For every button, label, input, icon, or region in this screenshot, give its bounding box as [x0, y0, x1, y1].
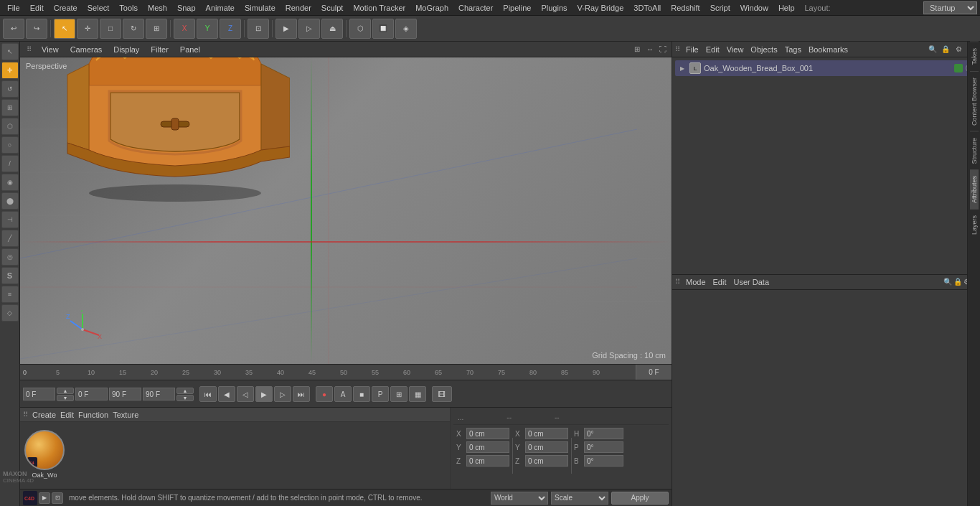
menu-character[interactable]: Character — [454, 2, 497, 14]
shrink-button[interactable]: ◇ — [1, 304, 19, 322]
menu-create[interactable]: Create — [50, 2, 82, 14]
obj-menu-file[interactable]: File — [683, 45, 702, 54]
object-green-dot[interactable] — [954, 64, 963, 72]
model-mode-button[interactable]: ↖ — [54, 19, 75, 39]
go-end-button[interactable]: ⏭ — [293, 386, 310, 402]
record-button[interactable]: ● — [316, 386, 333, 402]
go-start-button[interactable]: ⏮ — [199, 386, 217, 402]
menu-file[interactable]: File — [3, 2, 24, 14]
world-axis-button[interactable]: ⊡ — [248, 19, 269, 39]
auto-key-button[interactable]: A — [334, 386, 352, 402]
knife-tool-button[interactable]: / — [1, 155, 19, 172]
step-forward-button[interactable]: ▷ — [274, 386, 291, 402]
grid-snap-button[interactable]: ⬡ — [349, 19, 371, 39]
menu-tools[interactable]: Tools — [115, 2, 142, 14]
mat-menu-create[interactable]: Create — [32, 411, 56, 419]
x-axis-button[interactable]: X — [174, 19, 195, 39]
vtab-attributes[interactable]: Attributes — [970, 169, 979, 209]
end-frame-input2[interactable] — [109, 388, 141, 400]
attr-lock-icon[interactable]: 🔒 — [953, 278, 962, 286]
vp-menu-panel[interactable]: Panel — [176, 44, 204, 55]
menu-plugins[interactable]: Plugins — [537, 2, 571, 14]
mat-menu-texture[interactable]: Texture — [113, 411, 138, 419]
b-input[interactable] — [584, 455, 623, 467]
vtab-layers[interactable]: Layers — [970, 209, 979, 240]
preview-up-button[interactable]: ▲ — [176, 388, 194, 394]
frame-up-button[interactable]: ▲ — [57, 388, 74, 394]
start-frame-input[interactable] — [23, 388, 55, 400]
vtab-structure[interactable]: Structure — [970, 131, 979, 170]
menu-window[interactable]: Window — [736, 2, 773, 14]
y2-input[interactable] — [525, 441, 568, 453]
c4d-icon-btn2[interactable]: ⊡ — [52, 492, 63, 504]
obj-menu-tags[interactable]: Tags — [782, 45, 804, 54]
menu-pipeline[interactable]: Pipeline — [499, 2, 535, 14]
mode-item-edit[interactable]: Edit — [710, 276, 730, 288]
x2-input[interactable] — [525, 428, 568, 439]
polygon-tool-button[interactable]: ⬡ — [1, 118, 19, 135]
obj-menu-objects[interactable]: Objects — [748, 45, 780, 54]
s-button[interactable]: S — [1, 267, 19, 284]
attr-search-icon[interactable]: 🔍 — [943, 278, 952, 286]
menu-help[interactable]: Help — [774, 2, 799, 14]
end-frame-input1[interactable] — [75, 388, 108, 400]
scale-button[interactable]: ⊞ — [146, 19, 167, 39]
mode-item-mode[interactable]: Mode — [683, 276, 709, 288]
select-tool-button[interactable]: ↖ — [1, 43, 19, 60]
step-back-button[interactable]: ◀ — [218, 386, 235, 402]
snap-settings-button[interactable]: ◈ — [395, 19, 417, 39]
scale-select[interactable]: Scale Size Global — [551, 492, 608, 505]
vp-menu-display[interactable]: Display — [109, 44, 143, 55]
soft-select-button[interactable]: ◎ — [1, 248, 19, 266]
menu-edit[interactable]: Edit — [26, 2, 48, 14]
play-button[interactable]: ▶ — [255, 386, 273, 402]
x-pos-input[interactable] — [466, 428, 509, 439]
menu-vray[interactable]: V-Ray Bridge — [573, 2, 628, 14]
menu-script[interactable]: Script — [706, 2, 735, 14]
z-axis-button[interactable]: Z — [220, 19, 241, 39]
menu-3dtoall[interactable]: 3DToAll — [629, 2, 665, 14]
box-button[interactable]: □ — [100, 19, 121, 39]
vp-menu-cameras[interactable]: Cameras — [66, 44, 107, 55]
y-axis-button[interactable]: Y — [197, 19, 218, 39]
menu-sculpt[interactable]: Sculpt — [317, 2, 348, 14]
render-all-button[interactable]: ⏏ — [321, 19, 343, 39]
p-input[interactable] — [584, 441, 623, 453]
menu-mesh[interactable]: Mesh — [143, 2, 171, 14]
world-select[interactable]: World Object Screen — [491, 492, 548, 505]
fill-tool-button[interactable]: ◉ — [1, 174, 19, 191]
menu-render[interactable]: Render — [281, 2, 316, 14]
search-icon[interactable]: 🔍 — [927, 44, 938, 55]
render-viewport-button[interactable]: ▶ — [275, 19, 297, 39]
vp-icon2[interactable]: ↔ — [644, 44, 656, 55]
stop-button[interactable]: ■ — [353, 386, 370, 402]
menu-motion-tracker[interactable]: Motion Tracker — [349, 2, 410, 14]
vp-icon3[interactable]: ⛶ — [657, 44, 669, 55]
mirror-tool-button[interactable]: ⊣ — [1, 211, 19, 228]
film-strip-button[interactable]: 🎞 — [432, 386, 452, 402]
c4d-icon-btn1[interactable]: ▶ — [39, 492, 50, 504]
play-back-button[interactable]: ◁ — [237, 386, 254, 402]
line-tool-button[interactable]: ╱ — [1, 230, 19, 247]
z-pos-input[interactable] — [466, 455, 509, 467]
viewport-area[interactable]: ⠿ View Cameras Display Filter Panel ⊞ ↔ … — [20, 42, 672, 364]
obj-menu-edit[interactable]: Edit — [703, 45, 722, 54]
menu-redshift[interactable]: Redshift — [666, 2, 704, 14]
preview-down-button[interactable]: ▼ — [176, 395, 194, 401]
vp-menu-view[interactable]: View — [37, 44, 63, 55]
p-mode-button[interactable]: P — [372, 386, 389, 402]
obj-menu-bookmarks[interactable]: Bookmarks — [806, 45, 851, 54]
mat-menu-function[interactable]: Function — [78, 411, 108, 419]
undo-button[interactable]: ↩ — [3, 19, 24, 39]
h-input[interactable] — [584, 428, 623, 439]
move-button[interactable]: ✛ — [77, 19, 98, 39]
move-tool-button[interactable]: ✛ — [1, 62, 19, 79]
object-item-bread-box[interactable]: ▶ L Oak_Wooden_Bread_Box_001 — [675, 60, 977, 76]
vp-icon1[interactable]: ⊞ — [631, 44, 643, 55]
redo-button[interactable]: ↪ — [26, 19, 47, 39]
snap-enable-button[interactable]: 🔲 — [372, 19, 394, 39]
mat-menu-edit[interactable]: Edit — [60, 411, 74, 419]
layout-select[interactable]: Startup Standard — [923, 1, 977, 14]
render-region-button[interactable]: ▷ — [298, 19, 320, 39]
vtab-content-browser[interactable]: Content Browser — [970, 71, 979, 131]
